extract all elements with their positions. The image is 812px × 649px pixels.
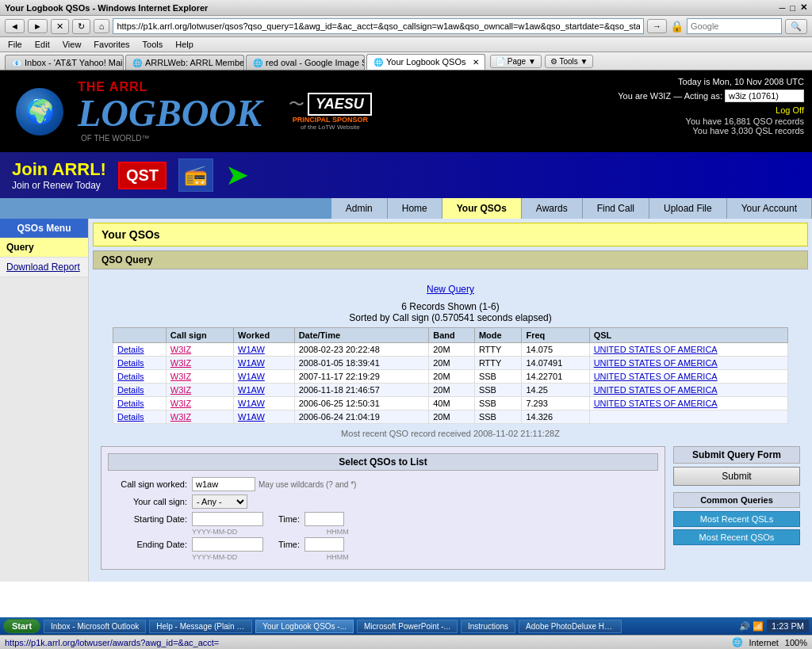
qsl-cell[interactable]: UNITED STATES OF AMERICA <box>594 358 718 368</box>
details-link[interactable]: Details <box>117 385 144 395</box>
col-header-freq: Freq <box>522 328 589 343</box>
worked-cell[interactable]: W1AW <box>238 372 265 381</box>
query-form-title: Select QSOs to List <box>108 453 658 471</box>
close-icon[interactable]: ✕ <box>800 2 807 13</box>
col-header-band: Band <box>429 328 475 343</box>
home-button[interactable]: ⌂ <box>94 19 110 33</box>
logo-area: 🌍 THE ARRL LOGBOOK OF THE WORLD™ <box>8 74 383 149</box>
ending-date-input[interactable] <box>192 537 263 552</box>
starting-time-input[interactable] <box>304 512 344 526</box>
tab-arrlweb[interactable]: 🌐 ARRLWeb: ARRL Member Se... ✕ <box>125 55 244 70</box>
starting-date-input[interactable] <box>192 512 263 526</box>
worked-cell[interactable]: W1AW <box>238 399 265 408</box>
nav-home[interactable]: Home <box>388 198 442 219</box>
taskbar-item-help[interactable]: Help - Message (Plain Te... <box>149 620 252 626</box>
sidebar: QSOs Menu Query Download Report <box>0 219 89 582</box>
taskbar-item-instructions[interactable]: Instructions <box>461 620 515 626</box>
nav-upload-file[interactable]: Upload File <box>649 198 727 219</box>
col-header-worked: Worked <box>234 328 295 343</box>
datetime-cell: 2006-11-18 21:46:57 <box>294 384 429 397</box>
worked-cell[interactable]: W1AW <box>238 385 265 395</box>
menu-file[interactable]: File <box>5 39 25 50</box>
nav-your-qsos[interactable]: Your QSOs <box>442 198 522 219</box>
start-button[interactable]: Start <box>3 619 40 625</box>
nav-find-call[interactable]: Find Call <box>583 198 649 219</box>
col-header-callsign: Call sign <box>166 328 233 343</box>
col-header-qsl: QSL <box>589 328 787 343</box>
mode-cell: RTTY <box>474 343 522 357</box>
most-recent-qsl-button[interactable]: Most Recent QSLs <box>673 511 800 527</box>
tab-logbook[interactable]: 🌐 Your Logbook QSOs ✕ <box>366 54 485 70</box>
mode-cell: SSB <box>474 410 522 424</box>
maximize-icon[interactable]: □ <box>790 3 795 13</box>
worked-cell[interactable]: W1AW <box>238 412 265 422</box>
nav-awards[interactable]: Awards <box>522 198 583 219</box>
taskbar-item-outlook[interactable]: Inbox - Microsoft Outlook <box>44 620 146 626</box>
search-go-button[interactable]: 🔍 <box>785 19 807 34</box>
tab-google-image[interactable]: 🌐 red oval - Google Image Sea... ✕ <box>246 55 365 70</box>
logbook-title: LOGBOOK <box>78 94 262 132</box>
mode-cell: SSB <box>474 370 522 384</box>
menu-tools[interactable]: Tools <box>140 39 167 50</box>
details-link[interactable]: Details <box>117 372 144 381</box>
log-off-button[interactable]: Log Off <box>776 105 804 115</box>
tab-yahoo-mail[interactable]: 📧 Inbox - 'AT&T Yahoo! Mail' ✕ <box>5 55 124 70</box>
callsign-cell[interactable]: W3IZ <box>170 399 191 408</box>
forward-button[interactable]: ► <box>28 19 48 33</box>
freq-cell: 14.25 <box>522 384 589 397</box>
tools-button[interactable]: ⚙ Tools ▼ <box>545 55 594 68</box>
worked-cell[interactable]: W1AW <box>238 358 265 368</box>
new-query-link[interactable]: New Query <box>97 284 804 295</box>
sidebar-item-download[interactable]: Download Report <box>0 258 88 277</box>
lock-icon: 🔒 <box>670 20 684 32</box>
menu-bar: File Edit View Favorites Tools Help <box>0 37 812 52</box>
details-link[interactable]: Details <box>117 412 144 422</box>
details-link[interactable]: Details <box>117 345 144 354</box>
stop-button[interactable]: ✕ <box>51 19 69 34</box>
go-button[interactable]: → <box>647 19 667 33</box>
most-recent-qso-button[interactable]: Most Recent QSOs <box>673 529 800 545</box>
browser-titlebar: Your Logbook QSOs - Windows Internet Exp… <box>0 0 812 16</box>
nav-admin[interactable]: Admin <box>331 198 388 219</box>
qsl-cell[interactable]: UNITED STATES OF AMERICA <box>594 399 718 408</box>
callsign-cell[interactable]: W3IZ <box>170 385 191 395</box>
menu-edit[interactable]: Edit <box>32 39 53 50</box>
your-callsign-label: Your call sign: <box>108 497 187 506</box>
browser-title: Your Logbook QSOs - Windows Internet Exp… <box>5 3 208 13</box>
table-row: Details W3IZ W1AW 2006-06-25 12:50:31 40… <box>113 397 788 410</box>
refresh-button[interactable]: ↻ <box>72 19 90 34</box>
qsl-cell[interactable]: UNITED STATES OF AMERICA <box>594 345 718 354</box>
qsl-cell[interactable]: UNITED STATES OF AMERICA <box>594 385 718 395</box>
nav-your-account[interactable]: Your Account <box>727 198 812 219</box>
menu-view[interactable]: View <box>59 39 85 50</box>
callsign-cell[interactable]: W3IZ <box>170 372 191 381</box>
tab-close-logbook[interactable]: ✕ <box>473 58 479 67</box>
details-link[interactable]: Details <box>117 358 144 368</box>
page-button[interactable]: 📄 Page ▼ <box>490 55 542 68</box>
minimize-icon[interactable]: ─ <box>779 3 786 13</box>
sidebar-item-query[interactable]: Query <box>0 238 88 258</box>
address-bar[interactable] <box>113 18 644 34</box>
your-callsign-row: Your call sign: - Any - W3IZ <box>108 494 658 509</box>
callsign-worked-input[interactable] <box>192 477 255 491</box>
your-callsign-select[interactable]: - Any - W3IZ <box>192 494 247 509</box>
ending-time-input[interactable] <box>304 537 344 552</box>
callsign-cell[interactable]: W3IZ <box>170 412 191 422</box>
antenna-icon: 📻 <box>184 164 208 186</box>
callsign-cell[interactable]: W3IZ <box>170 358 191 368</box>
details-link[interactable]: Details <box>117 399 144 408</box>
taskbar-item-ppt[interactable]: Microsoft PowerPoint -... <box>357 620 458 626</box>
datetime-cell: 2006-06-24 21:04:19 <box>294 410 429 424</box>
taskbar-item-logbook[interactable]: Your Logbook QSOs -... <box>255 620 354 626</box>
menu-help[interactable]: Help <box>172 39 197 50</box>
taskbar-item-photodlx[interactable]: Adobe PhotoDeluxe Hom... <box>519 620 622 626</box>
qsl-cell[interactable]: UNITED STATES OF AMERICA <box>594 372 718 381</box>
search-input[interactable] <box>687 18 782 34</box>
worked-cell[interactable]: W1AW <box>238 345 265 354</box>
callsign-cell[interactable]: W3IZ <box>170 345 191 354</box>
submit-button[interactable]: Submit <box>673 467 800 486</box>
back-button[interactable]: ◄ <box>5 19 25 33</box>
menu-favorites[interactable]: Favorites <box>90 39 132 50</box>
tab-label-arrl: ARRLWeb: ARRL Member Se... <box>145 58 244 67</box>
acting-as-input[interactable] <box>725 90 804 102</box>
